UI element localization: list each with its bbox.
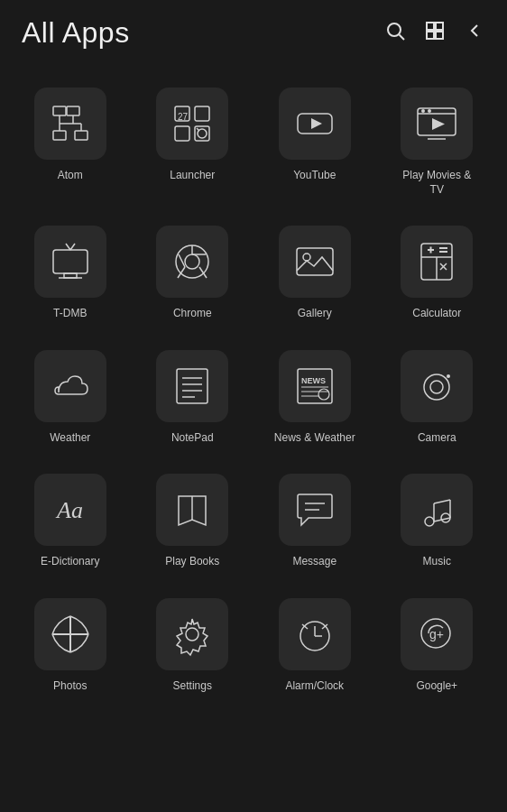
svg-rect-6 [53, 131, 66, 140]
weather-label: Weather [50, 431, 90, 446]
app-youtube[interactable]: YouTube [254, 75, 376, 213]
app-settings[interactable]: Settings [132, 586, 254, 710]
app-chrome[interactable]: Chrome [132, 213, 254, 337]
youtube-icon [279, 88, 351, 160]
google-plus-label: Google+ [416, 679, 457, 694]
svg-text:NEWS: NEWS [301, 376, 326, 385]
svg-point-63 [318, 389, 329, 400]
svg-point-71 [425, 517, 434, 526]
launcher-label: Launcher [170, 169, 215, 183]
svg-line-1 [400, 34, 405, 40]
grid-icon[interactable] [424, 20, 446, 47]
launcher-icon: 27 [156, 88, 228, 160]
edictionary-label: E-Dictionary [41, 555, 99, 569]
app-google-plus[interactable]: g+ Google+ [376, 586, 499, 710]
search-icon[interactable] [384, 20, 406, 47]
svg-point-35 [185, 254, 199, 269]
app-edictionary[interactable]: Aa E-Dictionary [9, 461, 132, 586]
atom-icon [34, 88, 106, 160]
photos-icon [34, 598, 106, 670]
svg-rect-3 [436, 23, 443, 30]
svg-point-64 [424, 374, 449, 400]
notepad-label: NotePad [171, 431, 214, 446]
svg-marker-22 [311, 118, 322, 129]
svg-rect-7 [67, 106, 79, 115]
photos-label: Photos [53, 679, 87, 694]
app-play-movies[interactable]: Play Movies & TV [376, 75, 499, 213]
svg-point-43 [303, 254, 310, 261]
svg-rect-15 [195, 106, 209, 121]
app-notepad[interactable]: NotePad [132, 337, 254, 462]
chrome-label: Chrome [173, 307, 212, 321]
svg-line-32 [66, 244, 70, 250]
app-gallery[interactable]: Gallery [254, 213, 376, 337]
app-launcher[interactable]: 27 Launcher [132, 75, 254, 213]
app-photos[interactable]: Photos [9, 586, 132, 710]
news-weather-icon: NEWS [279, 350, 351, 422]
camera-icon [401, 350, 473, 422]
svg-text:g+: g+ [429, 627, 444, 641]
music-icon [401, 474, 473, 546]
play-books-icon [156, 474, 228, 546]
svg-line-33 [70, 244, 75, 250]
music-label: Music [423, 555, 451, 569]
alarm-clock-icon [279, 598, 351, 670]
back-icon[interactable] [464, 20, 485, 47]
svg-rect-29 [53, 250, 88, 273]
play-books-label: Play Books [165, 555, 219, 569]
svg-line-76 [434, 500, 450, 503]
notepad-icon [156, 350, 228, 422]
alarm-clock-label: Alarm/Clock [285, 679, 344, 694]
svg-point-25 [421, 109, 425, 113]
edictionary-icon: Aa [34, 474, 106, 546]
app-alarm-clock[interactable]: Alarm/Clock [254, 586, 376, 710]
google-plus-icon: g+ [401, 598, 473, 670]
svg-rect-8 [53, 106, 66, 115]
settings-icon [156, 598, 228, 670]
tdmb-icon [34, 226, 106, 298]
tdmb-label: T-DMB [53, 307, 87, 321]
svg-point-65 [430, 381, 443, 393]
svg-point-26 [428, 109, 431, 113]
page-title: All Apps [22, 16, 130, 50]
app-header: All Apps [0, 0, 507, 66]
message-label: Message [292, 555, 336, 569]
svg-rect-16 [175, 126, 189, 141]
camera-label: Camera [418, 431, 456, 446]
app-camera[interactable]: Camera [376, 337, 499, 462]
header-actions [384, 20, 485, 47]
apps-grid: Atom 27 Launcher YouTube [0, 66, 507, 719]
app-message[interactable]: Message [254, 461, 376, 586]
gallery-label: Gallery [298, 307, 332, 321]
app-news-weather[interactable]: NEWS News & Weather [254, 337, 376, 462]
youtube-label: YouTube [293, 169, 336, 183]
gallery-icon [279, 226, 351, 298]
calculator-icon [401, 226, 473, 298]
app-music[interactable]: Music [376, 461, 499, 586]
app-play-books[interactable]: Play Books [132, 461, 254, 586]
play-movies-label: Play Movies & TV [396, 169, 477, 197]
news-weather-label: News & Weather [274, 431, 355, 446]
svg-point-66 [447, 374, 450, 378]
calculator-label: Calculator [412, 307, 461, 321]
play-movies-icon [401, 88, 473, 160]
svg-rect-2 [427, 23, 434, 30]
svg-rect-4 [427, 32, 434, 39]
svg-line-41 [179, 254, 185, 267]
svg-marker-28 [432, 118, 445, 130]
svg-point-79 [186, 628, 198, 641]
chrome-icon [156, 226, 228, 298]
settings-label: Settings [173, 679, 212, 694]
svg-rect-42 [297, 248, 333, 275]
svg-rect-5 [436, 32, 443, 39]
svg-point-0 [388, 23, 401, 36]
app-tdmb[interactable]: T-DMB [9, 213, 132, 337]
message-icon [279, 474, 351, 546]
svg-rect-9 [75, 131, 88, 140]
app-weather[interactable]: Weather [9, 337, 132, 462]
atom-label: Atom [58, 169, 83, 183]
app-calculator[interactable]: Calculator [376, 213, 499, 337]
svg-line-20 [197, 128, 199, 131]
weather-icon [34, 350, 106, 422]
app-atom[interactable]: Atom [9, 75, 132, 213]
